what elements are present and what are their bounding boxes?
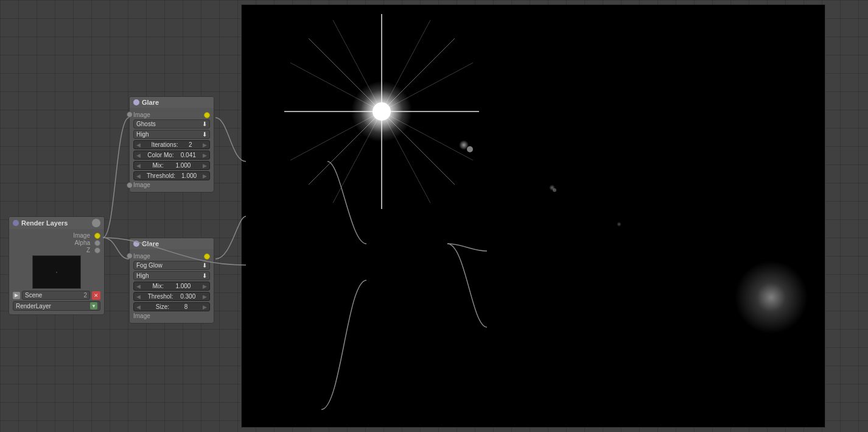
glare2-thresh-label: Threshol: — [148, 293, 173, 300]
glare1-colormod-field[interactable]: ◀ Color Mo: 0.041 ▶ — [133, 150, 210, 160]
render-thumbnail: · — [32, 255, 81, 289]
glare1-mix-right[interactable]: ▶ — [203, 163, 207, 169]
glare1-threshold-field[interactable]: ◀ Threshold: 1.000 ▶ — [133, 171, 210, 180]
svg-point-12 — [467, 146, 473, 152]
glare2-threshold-row: ◀ Threshol: 0.300 ▶ — [133, 292, 210, 301]
glare2-quality-arrow: ⬇ — [202, 272, 207, 279]
glare1-mix-label: Mix: — [153, 162, 164, 169]
glare2-mix-field[interactable]: ◀ Mix: 1.000 ▶ — [133, 282, 210, 291]
glare1-type-value: Ghosts — [136, 121, 156, 127]
svg-rect-0 — [242, 5, 825, 428]
glare-2-icon — [133, 241, 139, 247]
glare1-cm-value: 0.041 — [181, 152, 196, 158]
glare2-output-row: Image — [133, 313, 210, 319]
glare2-size-field[interactable]: ◀ Size: 8 ▶ — [133, 302, 210, 311]
renderlayer-icon: ▼ — [90, 302, 97, 310]
scene-select[interactable]: Scene 2 — [22, 291, 90, 300]
glare1-type-row: Ghosts ⬇ — [133, 119, 210, 129]
glare1-mix-field[interactable]: ◀ Mix: 1.000 ▶ — [133, 161, 210, 170]
glare2-size-row: ◀ Size: 8 ▶ — [133, 302, 210, 311]
image-output-label: Image — [73, 232, 90, 239]
glare1-left-socket[interactable] — [127, 112, 133, 118]
glare2-image-socket-out[interactable] — [204, 253, 210, 260]
glare-1-content: Image Ghosts ⬇ High ⬇ ◀ Iterations: — [130, 108, 214, 192]
glare2-size-right[interactable]: ▶ — [203, 304, 207, 310]
glare1-image-row: Image — [133, 112, 210, 118]
scene-row: ▶ Scene 2 ✕ — [13, 291, 100, 300]
glare1-thresh-right[interactable]: ▶ — [203, 173, 207, 179]
glare2-thresh-right[interactable]: ▶ — [203, 294, 207, 300]
glare-1-title: Glare — [142, 99, 159, 106]
glare-2-title: Glare — [142, 240, 159, 247]
glare1-cm-label: Color Mo: — [147, 152, 173, 158]
glare2-thresh-left[interactable]: ◀ — [136, 294, 141, 300]
glare-2-node: Glare Image Fog Glow ⬇ High ⬇ — [129, 238, 214, 324]
glare-2-content: Image Fog Glow ⬇ High ⬇ ◀ Mix: 1.0 — [130, 249, 214, 323]
glare2-type-arrow: ⬇ — [202, 262, 207, 269]
glare1-thresh-label: Threshold: — [147, 172, 175, 179]
glare-2-header: Glare — [130, 238, 214, 249]
glare1-colormod-row: ◀ Color Mo: 0.041 ▶ — [133, 150, 210, 160]
glare2-mix-value: 1.000 — [175, 283, 191, 289]
render-layers-node: Render Layers Image Alpha Z · ▶ — [9, 216, 105, 315]
glare2-quality-select[interactable]: High ⬇ — [133, 271, 210, 280]
glare2-thresh-value: 0.300 — [180, 293, 195, 300]
glare2-image-row: Image — [133, 253, 210, 260]
glare1-mix-value: 1.000 — [175, 162, 191, 169]
glare1-output-row: Image — [133, 182, 210, 188]
render-layers-close[interactable] — [92, 219, 100, 227]
glare2-mix-label: Mix: — [153, 283, 164, 289]
glare2-size-value: 8 — [184, 303, 188, 310]
render-preview — [241, 4, 825, 428]
glare1-type-arrow: ⬇ — [202, 121, 207, 127]
scene-close-btn[interactable]: ✕ — [92, 291, 100, 300]
thumb-placeholder: · — [55, 267, 58, 278]
node-editor: Render Layers Image Alpha Z · ▶ — [0, 0, 868, 432]
glare1-quality-row: High ⬇ — [133, 130, 210, 139]
glare2-left-socket[interactable] — [127, 253, 133, 259]
glare1-iter-value: 2 — [189, 141, 192, 148]
alpha-output-label: Alpha — [74, 239, 90, 246]
glare1-iter-right[interactable]: ▶ — [203, 142, 207, 148]
glare2-threshold-field[interactable]: ◀ Threshol: 0.300 ▶ — [133, 292, 210, 301]
glare2-mix-row: ◀ Mix: 1.000 ▶ — [133, 282, 210, 291]
renderlayer-select[interactable]: RenderLayer ▼ — [13, 301, 100, 311]
z-socket-out[interactable] — [94, 247, 100, 253]
glare2-mix-right[interactable]: ▶ — [203, 283, 207, 289]
glare1-quality-value: High — [136, 131, 149, 138]
glare2-output-label: Image — [133, 313, 150, 319]
glare1-output-label: Image — [133, 182, 150, 188]
glare2-mix-left[interactable]: ◀ — [136, 283, 141, 289]
image-output-row: Image — [13, 232, 100, 239]
glare1-mix-left[interactable]: ◀ — [136, 163, 141, 169]
glare1-thresh-left[interactable]: ◀ — [136, 173, 141, 179]
z-output-row: Z — [13, 247, 100, 253]
glare1-quality-select[interactable]: High ⬇ — [133, 130, 210, 139]
glare1-cm-right[interactable]: ▶ — [203, 152, 207, 158]
glare1-input-label: Image — [133, 112, 150, 118]
glare2-type-select[interactable]: Fog Glow ⬇ — [133, 261, 210, 270]
glare2-quality-value: High — [136, 272, 149, 279]
glare1-threshold-row: ◀ Threshold: 1.000 ▶ — [133, 171, 210, 180]
renderlayer-value: RenderLayer — [16, 303, 51, 310]
glare1-iterations-field[interactable]: ◀ Iterations: 2 ▶ — [133, 140, 210, 149]
glare1-iter-left[interactable]: ◀ — [136, 142, 141, 148]
glare1-type-select[interactable]: Ghosts ⬇ — [133, 119, 210, 129]
glare1-cm-left[interactable]: ◀ — [136, 152, 141, 158]
scene-icon: ▶ — [13, 292, 20, 299]
alpha-output-row: Alpha — [13, 239, 100, 246]
image-socket-out[interactable] — [94, 233, 100, 239]
render-layers-header: Render Layers — [9, 217, 104, 229]
alpha-socket-out[interactable] — [94, 240, 100, 246]
render-layers-icon — [13, 220, 19, 226]
svg-point-10 — [373, 102, 391, 121]
renderlayer-row: RenderLayer ▼ — [13, 301, 100, 311]
glare1-input-socket[interactable] — [127, 182, 133, 188]
svg-point-16 — [735, 261, 808, 334]
glare1-quality-arrow: ⬇ — [202, 131, 207, 138]
svg-point-15 — [617, 222, 621, 227]
glare2-type-value: Fog Glow — [136, 262, 163, 269]
glare1-image-socket-out[interactable] — [204, 112, 210, 118]
glare2-size-left[interactable]: ◀ — [136, 304, 141, 310]
glare2-type-row: Fog Glow ⬇ — [133, 261, 210, 270]
